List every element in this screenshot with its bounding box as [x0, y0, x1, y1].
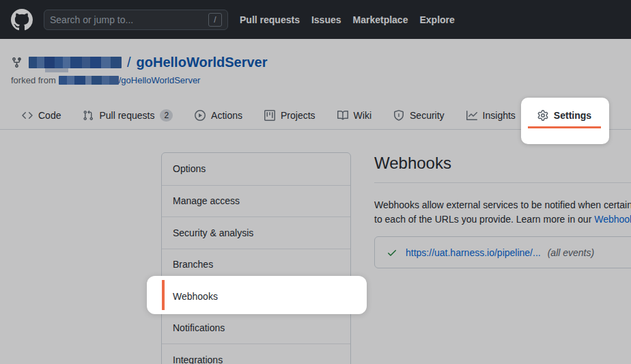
settings-nav-item-notifications[interactable]: Notifications	[162, 312, 350, 344]
tab-code[interactable]: Code	[11, 101, 72, 129]
tab-pull-requests[interactable]: Pull requests 2	[72, 101, 184, 129]
settings-nav-item-options[interactable]: Options	[162, 153, 350, 185]
nav-item-label: Branches	[173, 259, 213, 270]
description-line-2-text: to each of the URLs you provide. Learn m…	[374, 214, 594, 225]
gear-icon	[537, 110, 548, 121]
redacted-parent-owner	[59, 76, 119, 85]
description-line-1: Webhooks allow external services to be n…	[374, 198, 631, 212]
check-icon	[387, 247, 397, 258]
project-icon	[264, 110, 275, 121]
nav-explore[interactable]: Explore	[419, 14, 454, 25]
description-line-2: to each of the URLs you provide. Learn m…	[374, 212, 631, 227]
tab-label: Actions	[211, 110, 242, 121]
tab-security[interactable]: Security	[382, 101, 455, 129]
tab-label: Security	[410, 110, 445, 121]
global-header: / Pull requests Issues Marketplace Explo…	[0, 0, 631, 39]
fork-parent-link[interactable]: /goHelloWorldServer	[119, 75, 201, 85]
git-pull-request-icon	[83, 110, 94, 121]
tab-label: Wiki	[354, 110, 371, 121]
repo-forked-icon	[11, 57, 23, 68]
webhooks-guide-link[interactable]: Webhooks Guide.	[594, 214, 631, 225]
forked-from-line: forked from /goHelloWorldServer	[11, 75, 200, 85]
tab-settings[interactable]: Settings	[527, 101, 602, 129]
webhook-url-link[interactable]: https://uat.harness.io/pipeline/...	[406, 247, 541, 258]
settings-side-nav: Options Manage access Security & analysi…	[161, 152, 351, 364]
global-search-box[interactable]: /	[44, 10, 228, 30]
repo-tab-bar: Code Pull requests 2 Actions Projects Wi…	[0, 101, 631, 130]
repo-separator: /	[122, 55, 137, 70]
tab-insights[interactable]: Insights	[455, 101, 527, 129]
nav-item-label: Notifications	[173, 322, 225, 333]
webhook-list-item: https://uat.harness.io/pipeline/... (all…	[374, 236, 631, 268]
webhook-events-label: (all events)	[548, 247, 594, 258]
tab-label: Insights	[483, 110, 516, 121]
play-icon	[195, 110, 206, 121]
webhooks-panel: Webhooks Webhooks allow external service…	[374, 154, 631, 268]
nav-marketplace[interactable]: Marketplace	[353, 14, 408, 25]
slash-shortcut-badge: /	[208, 13, 222, 27]
tab-actions[interactable]: Actions	[184, 101, 253, 129]
settings-nav-item-integrations[interactable]: Integrations	[162, 344, 350, 364]
nav-item-label: Webhooks	[173, 291, 218, 302]
tab-label: Projects	[281, 110, 316, 121]
forked-from-label: forked from	[11, 75, 56, 85]
tab-projects[interactable]: Projects	[253, 101, 326, 129]
tab-label: Settings	[554, 110, 591, 121]
nav-pull-requests[interactable]: Pull requests	[240, 14, 300, 25]
nav-item-label: Manage access	[173, 195, 240, 206]
nav-item-label: Options	[173, 163, 206, 174]
book-icon	[337, 110, 348, 121]
github-logo-icon[interactable]	[11, 9, 33, 31]
github-settings-page: / Pull requests Issues Marketplace Explo…	[0, 0, 631, 364]
settings-tab-spotlight	[521, 98, 609, 144]
nav-item-label: Security & analysis	[173, 227, 253, 238]
tab-label: Code	[38, 110, 61, 121]
page-title: Webhooks	[374, 154, 631, 183]
redacted-owner-name[interactable]	[29, 57, 122, 68]
nav-item-label: Integrations	[173, 354, 223, 364]
settings-nav-item-manage-access[interactable]: Manage access	[162, 185, 350, 217]
tab-wiki[interactable]: Wiki	[326, 101, 382, 129]
tab-label: Pull requests	[99, 110, 154, 121]
code-icon	[22, 110, 33, 121]
active-item-accent-bar	[162, 280, 165, 310]
global-nav: Pull requests Issues Marketplace Explore	[240, 14, 455, 25]
pull-requests-count-badge: 2	[160, 109, 173, 122]
settings-nav-item-webhooks[interactable]: Webhooks	[162, 280, 350, 312]
graph-icon	[466, 110, 477, 121]
search-input[interactable]	[50, 14, 208, 25]
webhooks-description: Webhooks allow external services to be n…	[374, 198, 631, 227]
shield-icon	[393, 110, 404, 121]
repo-title: / goHelloWorldServer	[11, 55, 267, 70]
active-tab-underline	[528, 126, 601, 128]
nav-issues[interactable]: Issues	[311, 14, 341, 25]
settings-nav-item-security-analysis[interactable]: Security & analysis	[162, 216, 350, 249]
repo-name-link[interactable]: goHelloWorldServer	[137, 55, 268, 70]
